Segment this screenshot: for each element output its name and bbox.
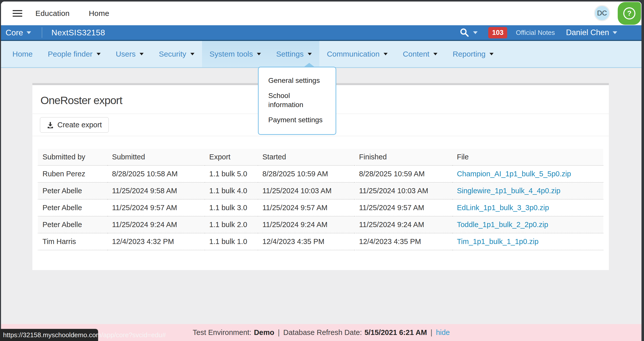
nav-item-security[interactable]: Security — [151, 41, 202, 67]
dropdown-item-general-settings[interactable]: General settings — [259, 73, 336, 88]
chevron-down-icon — [257, 53, 261, 55]
table-cell: 11/25/2024 9:24 AM — [354, 216, 452, 233]
user-menu[interactable]: Daniel Chen — [566, 28, 617, 37]
site-name: NextSIS32158 — [51, 28, 105, 37]
nav-item-communication[interactable]: Communication — [319, 41, 395, 67]
env-label: Test Environment: — [193, 328, 251, 337]
user-name: Daniel Chen — [566, 28, 609, 37]
help-button[interactable]: ? — [618, 2, 641, 25]
nav-item-settings[interactable]: Settings — [269, 41, 319, 67]
create-export-button[interactable]: Create export — [40, 117, 109, 133]
table-cell: 8/28/2025 10:58 AM — [107, 165, 205, 182]
nav-item-reporting[interactable]: Reporting — [445, 41, 501, 67]
table-cell: 11/25/2024 9:57 AM — [354, 199, 452, 216]
table-cell: 12/4/2023 4:35 PM — [354, 233, 452, 250]
chevron-down-icon — [384, 53, 388, 55]
env-value: Demo — [254, 328, 274, 337]
download-icon — [47, 121, 54, 129]
column-header: Started — [258, 149, 354, 165]
refresh-label: Database Refresh Date: — [283, 328, 362, 337]
status-url: https://32158.myschooldemo.com/app/core?… — [0, 329, 98, 341]
table-cell: 11/25/2024 10:03 AM — [258, 182, 354, 199]
search-button[interactable] — [459, 28, 478, 38]
table-cell: 1.1 bulk 1.0 — [205, 233, 258, 250]
table-cell: 11/25/2024 9:24 AM — [258, 216, 354, 233]
chevron-down-icon — [97, 53, 101, 55]
core-menu[interactable]: Core — [6, 28, 23, 37]
chevron-down-icon — [140, 53, 144, 55]
file-download-link[interactable]: Tim_1p1_bulk_1_1p0.zip — [457, 237, 539, 246]
table-cell: 11/25/2024 9:24 AM — [107, 216, 205, 233]
table-cell: Ruben Perez — [38, 165, 107, 182]
table-cell: 11/25/2024 9:57 AM — [258, 199, 354, 216]
chevron-down-icon — [433, 53, 437, 55]
separator: | — [431, 328, 433, 337]
nav-item-people-finder[interactable]: People finder — [40, 41, 108, 67]
file-download-link[interactable]: EdLink_1p1_bulk_3_3p0.zip — [457, 204, 549, 212]
chevron-down-icon[interactable] — [27, 31, 31, 34]
table-cell: Peter Abelle — [38, 182, 107, 199]
table-cell: 11/25/2024 10:03 AM — [354, 182, 452, 199]
refresh-value: 5/15/2021 6:21 AM — [364, 328, 427, 337]
hide-link[interactable]: hide — [436, 328, 450, 337]
file-download-link[interactable]: Champion_AI_1p1_bulk_5_5p0.zip — [457, 170, 571, 178]
dropdown-item-payment-settings[interactable]: Payment settings — [259, 112, 336, 128]
divider — [42, 27, 42, 38]
table-cell: 1.1 bulk 5.0 — [205, 165, 258, 182]
chevron-down-icon — [473, 31, 478, 34]
top-bar: Education Home DC ? — [1, 2, 641, 25]
settings-dropdown: General settingsSchool informationPaymen… — [258, 67, 336, 135]
table-cell: 11/25/2024 9:57 AM — [107, 199, 205, 216]
table-cell: 8/28/2025 10:59 AM — [354, 165, 452, 182]
hamburger-menu-icon[interactable] — [13, 8, 22, 18]
exports-table: Submitted bySubmittedExportStartedFinish… — [38, 149, 603, 250]
nav-item-users[interactable]: Users — [108, 41, 151, 67]
chevron-down-icon — [190, 53, 194, 55]
chevron-down-icon — [308, 53, 312, 55]
dropdown-item-school-information[interactable]: School information — [259, 88, 336, 112]
table-cell: Peter Abelle — [38, 216, 107, 233]
nav-item-content[interactable]: Content — [395, 41, 445, 67]
table-row: Tim Harris12/4/2023 4:32 PM1.1 bulk 1.01… — [38, 233, 603, 250]
column-header: Finished — [354, 149, 452, 165]
table-cell: Tim Harris — [38, 233, 107, 250]
avatar[interactable]: DC — [594, 5, 610, 21]
question-mark-icon: ? — [623, 7, 635, 19]
bluebar-right-cluster: 103 Official Notes Daniel Chen — [459, 27, 641, 38]
file-cell: EdLink_1p1_bulk_3_3p0.zip — [452, 199, 603, 216]
notification-badge[interactable]: 103 — [488, 27, 507, 38]
main-nav: Home People finder Users Security System… — [1, 41, 641, 68]
file-download-link[interactable]: Singlewire_1p1_bulk_4_4p0.zip — [457, 187, 561, 195]
table-row: Peter Abelle11/25/2024 9:58 AM1.1 bulk 4… — [38, 182, 603, 199]
table-cell: 1.1 bulk 2.0 — [205, 216, 258, 233]
topbar-item-education[interactable]: Education — [35, 9, 70, 18]
nav-item-home[interactable]: Home — [5, 41, 40, 67]
search-icon — [459, 28, 470, 38]
table-row: Ruben Perez8/28/2025 10:58 AM1.1 bulk 5.… — [38, 165, 603, 182]
chevron-down-icon — [490, 53, 494, 55]
column-header: Export — [205, 149, 258, 165]
table-cell: 11/25/2024 9:58 AM — [107, 182, 205, 199]
table-row: Peter Abelle11/25/2024 9:24 AM1.1 bulk 2… — [38, 216, 603, 233]
table-cell: 1.1 bulk 3.0 — [205, 199, 258, 216]
chevron-down-icon — [613, 31, 617, 34]
table-cell: 1.1 bulk 4.0 — [205, 182, 258, 199]
separator: | — [278, 328, 280, 337]
exports-table-wrapper: Submitted bySubmittedExportStartedFinish… — [32, 136, 609, 270]
topbar-nav: Education Home — [22, 9, 109, 18]
column-header: Submitted — [107, 149, 205, 165]
table-header-row: Submitted bySubmittedExportStartedFinish… — [38, 149, 603, 165]
official-notes-link[interactable]: Official Notes — [516, 29, 555, 37]
blue-bar: Core NextSIS32158 103 Official Notes Dan… — [1, 25, 641, 41]
app-window: Education Home DC ? Core NextSIS32158 10… — [1, 2, 641, 341]
table-cell: 12/4/2023 4:32 PM — [107, 233, 205, 250]
table-cell: 12/4/2023 4:35 PM — [258, 233, 354, 250]
column-header: File — [452, 149, 603, 165]
topbar-item-home[interactable]: Home — [89, 9, 109, 18]
column-header: Submitted by — [38, 149, 107, 165]
file-download-link[interactable]: Toddle_1p1_bulk_2_2p0.zip — [457, 221, 548, 229]
file-cell: Singlewire_1p1_bulk_4_4p0.zip — [452, 182, 603, 199]
nav-item-system-tools[interactable]: System tools — [202, 41, 269, 67]
file-cell: Tim_1p1_bulk_1_1p0.zip — [452, 233, 603, 250]
table-cell: 8/28/2025 10:59 AM — [258, 165, 354, 182]
